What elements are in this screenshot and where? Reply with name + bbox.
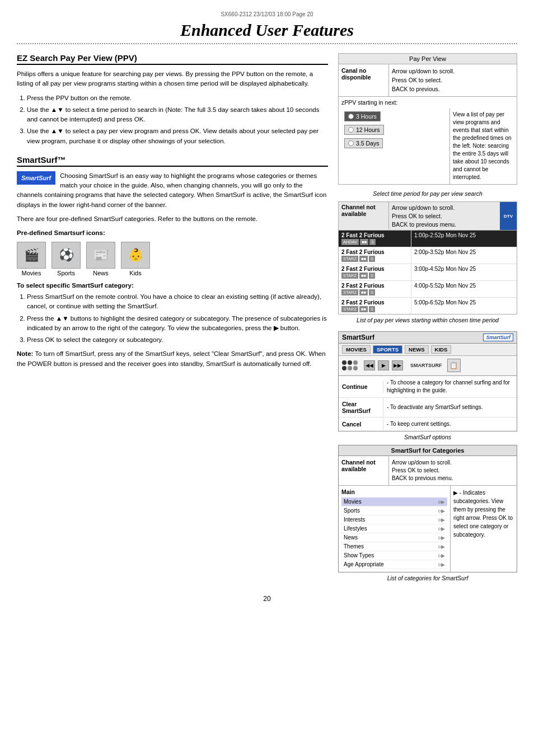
ssc-right-desc: ▶ - Indicates subcategories. View them b…	[451, 486, 517, 572]
ez-step-2: Use the ▲▼ to select a time period to se…	[27, 105, 328, 125]
ss-continue-label: Continue	[339, 381, 383, 393]
smartsurf-steps: Press SmartSurf on the remote control. Y…	[27, 292, 328, 345]
ssc-channel: Channel not available	[339, 456, 389, 485]
ppv-row-3[interactable]: 2 Fast 2 Furious STARZ ■■ S 3:00p-4:52p …	[339, 264, 517, 281]
tab-news[interactable]: NEWS	[405, 345, 429, 354]
ss-cancel-row[interactable]: Cancel - To keep current settings.	[339, 417, 517, 431]
ppv-row-1[interactable]: 2 Fast 2 Furious AHDAV ■■ S 1:00p-2:52p …	[339, 231, 517, 247]
dot5	[348, 366, 352, 370]
tab-movies[interactable]: MOVIES	[342, 345, 371, 354]
btn-rewind[interactable]: ◀◀	[364, 360, 375, 370]
ss-smartsurf-label: SMARTSURF	[410, 363, 442, 368]
ssc-box: SmartSurf for Categories Channel not ava…	[338, 445, 517, 572]
ss-brand: SmartSurf	[483, 334, 513, 341]
option-12hours[interactable]: 12 Hours	[344, 125, 384, 135]
btn-play[interactable]: ▶	[378, 360, 389, 370]
radio-12hours	[348, 127, 354, 133]
smartsurf-note: Note: To turn off SmartSurf, press any o…	[17, 349, 328, 369]
ppv-row2-left: 2 Fast 2 Furious STARZ ■■ S	[339, 247, 411, 264]
ss-dot-grid	[342, 360, 358, 370]
ppv-list-channel: Channel not available	[339, 202, 389, 230]
news-label: News	[93, 270, 109, 276]
page-number: 20	[17, 595, 517, 603]
ppv-box-1: Pay Per View Canal no disponible Arrow u…	[338, 53, 517, 185]
sports-icon: ⚽	[51, 242, 81, 269]
option-35days-label: 3.5 Days	[356, 140, 379, 147]
kids-icon-group: 👶 Kids	[121, 242, 150, 276]
tab-kids[interactable]: KIDS	[431, 345, 452, 354]
ppv-caption2: List of pay per views starting within ch…	[338, 317, 517, 323]
ss-title: SmartSurf	[342, 334, 374, 341]
ppv-row1-left: 2 Fast 2 Furious AHDAV ■■ S	[339, 231, 411, 247]
ss-header: SmartSurf SmartSurf	[339, 332, 517, 344]
ssc-item-sports[interactable]: Sports ○ ▶	[341, 506, 447, 515]
ppv-caption1: Select time period for pay per view sear…	[338, 190, 517, 197]
ssc-item-themes[interactable]: Themes ○ ▶	[341, 542, 447, 551]
dot2	[348, 360, 352, 365]
ss-icon: 📋	[447, 359, 461, 372]
ssc-item-lifestyles[interactable]: Lifestyles ○ ▶	[341, 524, 447, 533]
ssc-item-movies[interactable]: Movies ○ ▶	[341, 497, 447, 506]
option-3hours[interactable]: 3 Hours	[344, 111, 381, 121]
ss-caption3: SmartSurf options	[338, 434, 517, 440]
ss-cancel-desc: - To keep current settings.	[383, 417, 517, 431]
dot6	[353, 366, 358, 370]
ppv-list-header: Channel not available Arrow up/down to s…	[339, 202, 517, 231]
ss-tabs: MOVIES SPORTS NEWS KIDS	[339, 344, 517, 356]
smartsurf-ui-box: SmartSurf SmartSurf MOVIES SPORTS NEWS K…	[338, 331, 517, 431]
ppv-row4-time: 4:00p-5:52p Mon Nov 25	[411, 281, 517, 297]
dot4	[342, 366, 346, 370]
ppv-box1-header: Pay Per View	[339, 54, 517, 64]
ppv-row3-time: 3:00p-4:52p Mon Nov 25	[411, 264, 517, 280]
ppv-box1-desc: Arrow up/down to scroll.Press OK to sele…	[389, 64, 517, 96]
ppv-row1-time: 1:00p-2:52p Mon Nov 25	[411, 231, 517, 247]
page-title: Enhanced User Features	[17, 21, 517, 40]
ppv-row4-left: 2 Fast 2 Furious STARZ ■■ S	[339, 281, 411, 297]
btn-forward[interactable]: ▶▶	[392, 360, 403, 370]
option-12hours-label: 12 Hours	[356, 126, 380, 133]
option-3hours-label: 3 Hours	[356, 113, 377, 120]
sports-icon-group: ⚽ Sports	[51, 242, 81, 276]
sports-label: Sports	[57, 270, 75, 276]
ez-search-steps: Press the PPV button on the remote. Use …	[27, 93, 328, 146]
ssc-main-label: Main	[341, 489, 447, 495]
smartsurf-logo: SmartSurf	[17, 171, 55, 185]
smartsurf-intro1: Choosing SmartSurf is an easy way to hig…	[17, 171, 328, 210]
ppv-zppv-label: zPPV starting in next:	[339, 96, 517, 108]
ppv-box1-channel: Canal no disponible	[339, 64, 389, 96]
smartsurf-intro2: There are four pre-defined SmartSurf cat…	[17, 214, 328, 224]
ssc-channel-desc: Arrow up/down to scroll.Press OK to sele…	[389, 456, 517, 485]
radio-3hours	[348, 114, 354, 119]
ss-continue-row[interactable]: Continue - To choose a category for chan…	[339, 376, 517, 398]
ssc-item-interests[interactable]: Interests ○ ▶	[341, 515, 447, 524]
ss-clear-row[interactable]: Clear SmartSurf - To deactivate any Smar…	[339, 398, 517, 417]
ppv-row-4[interactable]: 2 Fast 2 Furious STARZ ■■ S 4:00p-5:52p …	[339, 281, 517, 298]
ss-cancel-label: Cancel	[339, 418, 383, 430]
ssc-item-news[interactable]: News ○ ▶	[341, 533, 447, 542]
ppv-row2-time: 2:00p-3:52p Mon Nov 25	[411, 247, 517, 264]
ss-clear-desc: - To deactivate any SmartSurf settings.	[383, 401, 517, 414]
ssc-item-showtypes[interactable]: Show Types ○ ▶	[341, 551, 447, 560]
smartsurf-icons-row: 🎬 Movies ⚽ Sports 📰 News 👶 Kids	[17, 242, 328, 276]
ssc-top-row: Channel not available Arrow up/down to s…	[339, 456, 517, 486]
option-35days[interactable]: 3.5 Days	[344, 138, 383, 148]
ppv-list-box: Channel not available Arrow up/down to s…	[338, 201, 517, 314]
ppv-row3-left: 2 Fast 2 Furious STARZ ■■ S	[339, 264, 411, 280]
kids-icon: 👶	[121, 242, 150, 269]
ppv-directv-logo: DTV	[500, 202, 517, 230]
ppv-row-2[interactable]: 2 Fast 2 Furious STARZ ■■ S 2:00p-3:52p …	[339, 247, 517, 264]
ez-step-3: Use the ▲▼ to select a pay per view prog…	[27, 126, 328, 146]
ss-clear-label: Clear SmartSurf	[339, 398, 383, 417]
ss-option-rows: Continue - To choose a category for chan…	[339, 376, 517, 431]
tab-sports[interactable]: SPORTS	[373, 345, 402, 354]
ppv-list-desc: Arrow up/down to scroll.Press OK to sele…	[389, 202, 500, 230]
movies-icon: 🎬	[17, 242, 46, 269]
ss-step-1: Press SmartSurf on the remote control. Y…	[27, 292, 328, 312]
ppv-row-5[interactable]: 2 Fast 2 Furious STARZ ■■ S 5:00p-6:52p …	[339, 298, 517, 314]
ss-caption4: List of categories for SmartSurf	[338, 575, 517, 581]
ssc-item-age[interactable]: Age Appropriate ○ ▶	[341, 560, 447, 569]
predefined-label: Pre-defined Smartsurf icons:	[17, 229, 328, 236]
ss-step-2: Press the ▲▼ buttons to highlight the de…	[27, 314, 328, 334]
ez-step-1: Press the PPV button on the remote.	[27, 93, 328, 103]
ssc-main-body: Main Movies ○ ▶ Sports ○ ▶ Interests ○	[339, 486, 517, 572]
